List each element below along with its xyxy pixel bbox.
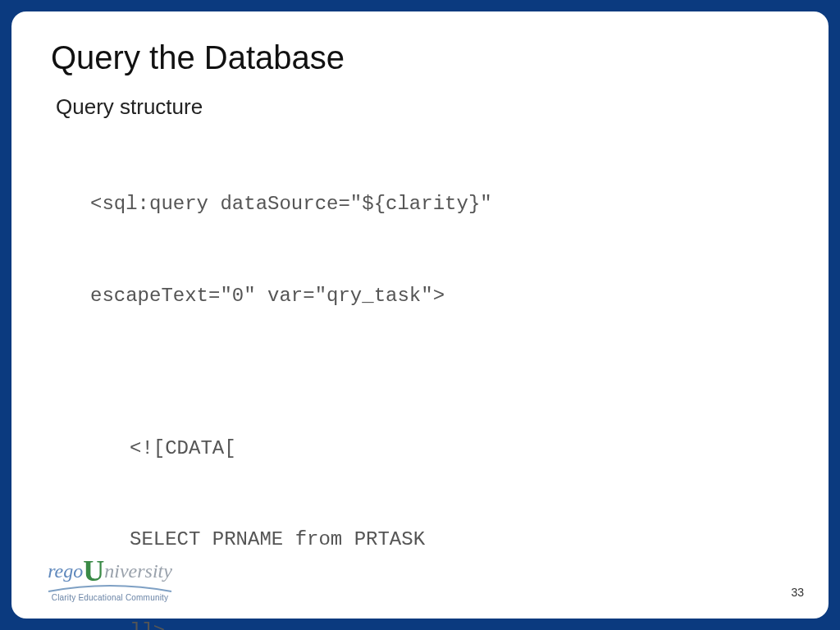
slide-title: Query the Database — [51, 39, 789, 76]
page-number: 33 — [791, 586, 804, 599]
logo-wordmark: regoUniversity — [44, 554, 176, 588]
code-line: escapeText="0" var="qry_task"> — [90, 281, 789, 311]
logo-text-u: U — [83, 555, 104, 587]
code-inner: <![CDATA[ SELECT PRNAME from PRTASK ]]> — [130, 372, 789, 631]
code-line: <![CDATA[ — [130, 433, 789, 463]
code-line: ]]> — [130, 616, 789, 630]
logo: regoUniversity Clarity Educational Commu… — [44, 554, 176, 602]
code-block: <sql:query dataSource="${clarity}" escap… — [90, 128, 789, 630]
logo-text-niversity: niversity — [104, 560, 172, 582]
code-line: SELECT PRNAME from PRTASK — [130, 524, 789, 555]
code-line: <sql:query dataSource="${clarity}" — [90, 189, 789, 219]
section-subtitle: Query structure — [56, 94, 789, 120]
logo-text-rego: rego — [48, 560, 83, 582]
slide-frame: Query the Database Query structure <sql:… — [0, 0, 840, 630]
slide-card: Query the Database Query structure <sql:… — [11, 11, 829, 619]
logo-tagline: Clarity Educational Community — [44, 593, 176, 602]
slide-content: Query structure <sql:query dataSource="$… — [56, 94, 789, 630]
